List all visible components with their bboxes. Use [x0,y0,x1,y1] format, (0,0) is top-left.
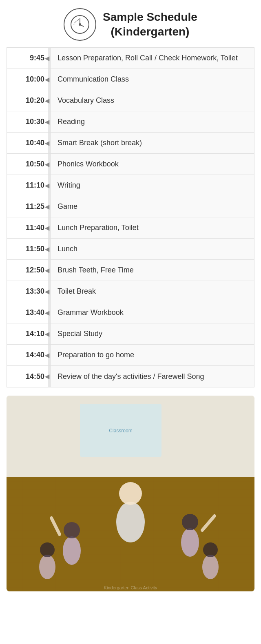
time-label: 13:30 [26,287,44,296]
svg-point-13 [116,502,145,542]
time-cell: 11:25◀ [7,196,48,217]
schedule-row: 10:30◀Reading [7,111,254,133]
schedule-row: 13:40◀Grammar Workbook [7,302,254,323]
page-title: Sample Schedule (Kindergarten) [103,10,197,40]
time-cell: 14:10◀ [7,323,48,344]
photo-scene: Classroom Kindergarten Class Activity [7,396,254,591]
activity-cell: Phonics Workbook [48,154,254,175]
time-cell: 12:50◀ [7,260,48,281]
svg-point-18 [182,514,198,530]
arrow-icon: ◀ [44,226,49,230]
schedule-row: 14:50◀Review of the day's activities / F… [7,366,254,387]
activity-cell: Reading [48,111,254,132]
activity-cell: Lesson Preparation, Roll Call / Check Ho… [48,48,254,69]
time-cell: 10:00◀ [7,69,48,90]
activity-cell: Writing [48,175,254,196]
time-cell: 10:20◀ [7,90,48,111]
time-label: 10:00 [26,75,44,84]
svg-point-15 [63,536,81,565]
arrow-icon: ◀ [44,289,49,294]
arrow-icon: ◀ [44,141,49,146]
svg-point-16 [64,522,80,538]
schedule-row: 14:10◀Special Study [7,323,254,345]
arrow-icon: ◀ [44,183,49,188]
time-label: 14:50 [26,372,44,381]
time-cell: 11:10◀ [7,175,48,196]
time-cell: 14:50◀ [7,366,48,387]
svg-text:Classroom: Classroom [109,428,132,434]
time-label: 10:50 [26,160,44,168]
time-label: 11:25 [26,202,44,211]
activity-cell: Game [48,196,254,217]
time-cell: 10:30◀ [7,111,48,132]
time-label: 10:40 [26,139,44,147]
classroom-photo: Classroom Kindergarten Class Activity [7,396,254,591]
page-wrapper: Sample Schedule (Kindergarten) 9:45◀Less… [0,0,261,591]
schedule-row: 12:50◀Brush Teeth, Free Time [7,260,254,281]
activity-cell: Lunch Preparation, Toilet [48,217,254,238]
time-cell: 10:50◀ [7,154,48,175]
activity-cell: Vocabulary Class [48,90,254,111]
activity-cell: Toilet Break [48,281,254,302]
arrow-icon: ◀ [44,247,49,252]
svg-point-14 [119,482,142,505]
arrow-icon: ◀ [44,374,49,379]
time-cell: 11:40◀ [7,217,48,238]
arrow-icon: ◀ [44,77,49,82]
time-label: 10:30 [26,117,44,126]
schedule-row: 10:00◀Communication Class [7,69,254,90]
arrow-icon: ◀ [44,204,49,209]
schedule-table: 9:45◀Lesson Preparation, Roll Call / Che… [7,47,254,387]
svg-point-19 [39,555,55,579]
activity-cell: Preparation to go home [48,345,254,365]
arrow-icon: ◀ [44,268,49,273]
arrow-icon: ◀ [44,98,49,103]
activity-cell: Brush Teeth, Free Time [48,260,254,281]
activity-cell: Smart Break (short break) [48,133,254,153]
time-label: 12:50 [26,266,44,274]
schedule-row: 13:30◀Toilet Break [7,281,254,302]
time-label: 14:40 [26,351,44,359]
time-label: 11:40 [26,224,44,232]
time-cell: 11:50◀ [7,239,48,259]
activity-cell: Lunch [48,239,254,259]
schedule-row: 11:40◀Lunch Preparation, Toilet [7,217,254,239]
time-label: 9:45 [30,54,44,62]
svg-point-20 [40,542,55,557]
activity-cell: Special Study [48,323,254,344]
header: Sample Schedule (Kindergarten) [0,0,261,47]
arrow-icon: ◀ [44,120,49,124]
schedule-row: 11:25◀Game [7,196,254,217]
time-label: 14:10 [26,330,44,338]
time-label: 13:40 [26,308,44,317]
schedule-row: 11:50◀Lunch [7,239,254,260]
arrow-icon: ◀ [44,162,49,167]
arrow-icon: ◀ [44,310,49,315]
arrow-icon: ◀ [44,332,49,336]
time-cell: 9:45◀ [7,48,48,69]
time-label: 11:50 [26,245,44,253]
arrow-icon: ◀ [44,353,49,358]
activity-cell: Communication Class [48,69,254,90]
schedule-row: 14:40◀Preparation to go home [7,345,254,366]
svg-text:Kindergarten Class Activity: Kindergarten Class Activity [104,585,157,590]
activity-cell: Grammar Workbook [48,302,254,323]
schedule-row: 11:10◀Writing [7,175,254,196]
schedule-row: 10:40◀Smart Break (short break) [7,133,254,154]
time-cell: 13:30◀ [7,281,48,302]
time-label: 10:20 [26,96,44,105]
time-cell: 10:40◀ [7,133,48,153]
schedule-row: 9:45◀Lesson Preparation, Roll Call / Che… [7,48,254,69]
schedule-row: 10:50◀Phonics Workbook [7,154,254,175]
time-cell: 13:40◀ [7,302,48,323]
arrow-icon: ◀ [44,56,49,61]
svg-point-21 [202,555,219,579]
time-label: 11:10 [26,181,44,190]
svg-point-22 [203,542,218,557]
svg-point-17 [181,528,199,557]
time-cell: 14:40◀ [7,345,48,365]
logo-icon [64,8,96,41]
header-text: Sample Schedule (Kindergarten) [103,10,197,40]
schedule-row: 10:20◀Vocabulary Class [7,90,254,111]
activity-cell: Review of the day's activities / Farewel… [48,366,254,387]
